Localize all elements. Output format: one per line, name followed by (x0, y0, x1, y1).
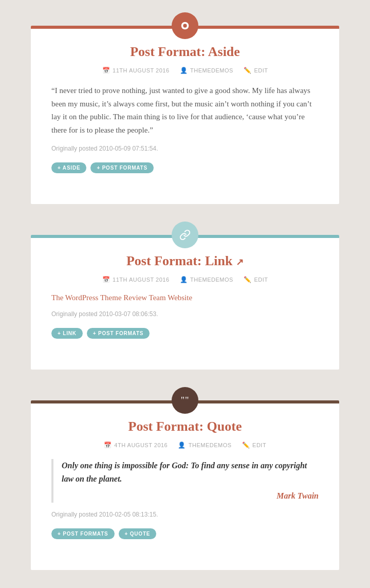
user-icon-quote: 👤 (178, 442, 186, 449)
pencil-icon: ✏️ (244, 67, 252, 74)
badge-aside (172, 12, 198, 39)
pencil-icon-link: ✏️ (244, 276, 252, 283)
blockquote-text: Only one thing is impossible for God: To… (51, 459, 319, 503)
post-link-url[interactable]: The WordPress Theme Review Team Website (51, 293, 319, 302)
edit-link-link[interactable]: Edit (254, 277, 268, 283)
svg-text:": " (181, 395, 184, 406)
edit-link-quote[interactable]: Edit (252, 442, 266, 448)
post-content-aside: Post Format: Aside 📅 11th August 2016 👤 … (31, 29, 339, 204)
calendar-icon-quote: 📅 (104, 442, 112, 449)
post-meta-quote: 📅 4th August 2016 👤 Themedemos ✏️ Edit (51, 442, 319, 449)
post-card-link: Post Format: Link ↗ 📅 11th August 2016 👤… (31, 235, 339, 370)
user-icon: 👤 (180, 67, 188, 74)
circle-icon (179, 20, 191, 31)
post-content-link: Post Format: Link ↗ 📅 11th August 2016 👤… (31, 238, 339, 370)
post-date-aside: 📅 11th August 2016 (102, 67, 170, 74)
quote-icon: " " (179, 395, 191, 406)
tag-quote-1[interactable]: Quote (119, 528, 157, 539)
post-edit-aside[interactable]: ✏️ Edit (244, 67, 268, 74)
post-wrapper-link: Post Format: Link ↗ 📅 11th August 2016 👤… (31, 235, 339, 370)
post-title-link: Post Format: Link ↗ (51, 253, 319, 269)
link-icon (179, 229, 191, 241)
badge-quote: " " (172, 387, 198, 414)
calendar-icon: 📅 (102, 67, 110, 74)
tag-link-0[interactable]: Link (51, 328, 83, 339)
post-edit-quote[interactable]: ✏️ Edit (242, 442, 267, 449)
user-icon-link: 👤 (180, 276, 188, 283)
post-card-quote: Post Format: Quote 📅 4th August 2016 👤 T… (31, 400, 339, 570)
post-meta-aside: 📅 11th August 2016 👤 Themedemos ✏️ Edit (51, 67, 319, 74)
post-content-quote: Post Format: Quote 📅 4th August 2016 👤 T… (31, 403, 339, 570)
post-meta-link: 📅 11th August 2016 👤 Themedemos ✏️ Edit (51, 276, 319, 283)
external-link-icon: ↗ (236, 257, 244, 267)
post-body-quote: Only one thing is impossible for God: To… (51, 459, 319, 503)
pencil-icon-quote: ✏️ (242, 442, 250, 449)
post-date-quote: 📅 4th August 2016 (104, 442, 168, 449)
post-wrapper-aside: Post Format: Aside 📅 11th August 2016 👤 … (31, 26, 339, 204)
quote-author: Mark Twain (62, 489, 319, 503)
post-author-quote: 👤 Themedemos (178, 442, 231, 449)
post-card-aside: Post Format: Aside 📅 11th August 2016 👤 … (31, 26, 339, 204)
post-wrapper-quote: " " Post Format: Quote 📅 4th August 2016… (31, 400, 339, 570)
originally-posted-quote: Originally posted 2010-02-05 08:13:15. (51, 511, 319, 518)
tag-list-quote: Post Formats Quote (51, 528, 319, 555)
tag-aside-0[interactable]: Aside (51, 162, 86, 173)
tag-link-1[interactable]: Post Formats (87, 328, 150, 339)
post-body-aside: “I never tried to prove nothing, just wa… (51, 84, 319, 137)
page-container: Post Format: Aside 📅 11th August 2016 👤 … (21, 26, 349, 570)
post-date-link: 📅 11th August 2016 (102, 276, 170, 283)
post-author-aside: 👤 Themedemos (180, 67, 233, 74)
originally-posted-aside: Originally posted 2010-05-09 07:51:54. (51, 145, 319, 152)
badge-link (172, 222, 198, 248)
post-title-aside: Post Format: Aside (51, 44, 319, 60)
edit-link-aside[interactable]: Edit (254, 67, 268, 74)
post-author-link: 👤 Themedemos (180, 276, 233, 283)
post-title-quote: Post Format: Quote (51, 419, 319, 434)
calendar-icon-link: 📅 (102, 276, 110, 283)
tag-list-aside: Aside Post Formats (51, 162, 319, 189)
tag-quote-0[interactable]: Post Formats (51, 528, 115, 539)
tag-list-link: Link Post Formats (51, 328, 319, 354)
svg-point-1 (183, 24, 187, 27)
originally-posted-link: Originally posted 2010-03-07 08:06:53. (51, 310, 319, 318)
tag-aside-1[interactable]: Post Formats (90, 162, 154, 173)
post-edit-link[interactable]: ✏️ Edit (244, 276, 268, 283)
svg-text:": " (185, 395, 189, 406)
